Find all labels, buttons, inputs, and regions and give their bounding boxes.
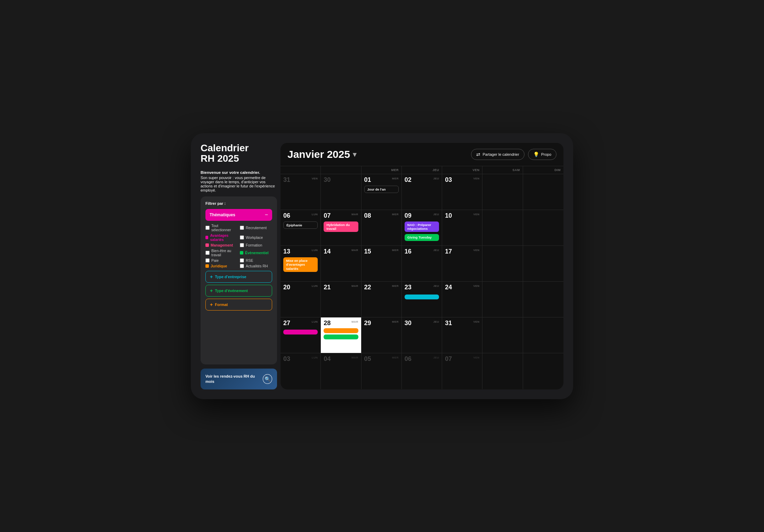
welcome-description: Son super pouvoir : vous permettre de vo… <box>201 176 275 192</box>
cell-jan03: VEN 03 <box>442 174 482 210</box>
filter-item-paie[interactable]: Paie <box>205 258 238 263</box>
cell-feb04: MAR 04 <box>321 353 361 389</box>
day-label: JEU <box>433 177 439 180</box>
filter-item-evenementiel[interactable]: Évènementiel <box>240 249 272 257</box>
event-jour-an[interactable]: Jour de l'an <box>364 186 399 193</box>
day-label: MER <box>392 249 399 252</box>
day-label: VEN <box>473 284 480 288</box>
plus-icon-format: + <box>210 302 213 307</box>
cell-jan28: MAR 28 <box>321 317 361 353</box>
cell-jan25 <box>482 282 523 317</box>
cell-jan19 <box>523 246 563 281</box>
type-entreprise-label: Type d'entreprise <box>215 275 246 279</box>
event-cyan[interactable] <box>405 295 439 299</box>
calendar-grid: MER JEU VEN SAM DIM VEN 31 30 <box>281 166 563 389</box>
checkbox-actualites[interactable] <box>240 264 244 268</box>
label-formation: Formation <box>246 243 262 247</box>
thematiques-header[interactable]: Thématiques − <box>205 209 272 221</box>
calendar-row-5: LUN 27 MAR 28 MER 29 <box>281 317 563 353</box>
cell-jan14: MAR 14 <box>321 246 361 281</box>
cell-jan09: JEU 09 NAO : Préparer négociations Givin… <box>402 210 442 245</box>
filter-item-management[interactable]: Management <box>205 243 238 247</box>
checkbox-rse[interactable] <box>240 258 244 263</box>
cell-feb05: MER 05 <box>361 353 402 389</box>
day-label: LUN <box>312 249 318 252</box>
event-giving-tuesday[interactable]: Giving Tuesday <box>405 234 439 241</box>
day-num: 30 <box>324 176 358 184</box>
format-label: Format <box>215 303 228 307</box>
event-epiphanie[interactable]: Épiphanie <box>283 221 318 229</box>
col-header-jeu: JEU <box>402 166 442 174</box>
day-label: JEU <box>433 213 439 216</box>
label-evenementiel: Évènementiel <box>245 251 269 255</box>
propo-button[interactable]: 💡 Propo <box>528 149 556 160</box>
filter-item-tout[interactable]: Tout sélectionner <box>205 224 238 232</box>
month-title[interactable]: Janvier 2025 ▾ <box>287 148 356 160</box>
cell-dec30: 30 <box>321 174 361 210</box>
cell-jan24: VEN 24 <box>442 282 482 317</box>
event-nao[interactable]: NAO : Préparer négociations <box>405 221 439 232</box>
cell-jan30: JEU 30 <box>402 317 442 353</box>
dot-avantages <box>205 236 208 239</box>
label-management: Management <box>211 243 233 247</box>
event-avantages-salaries[interactable]: Mise en place d'avantages salariés <box>283 257 318 272</box>
day-label: MER <box>392 356 399 359</box>
cell-jan16: JEU 16 <box>402 246 442 281</box>
checkbox-workplace[interactable] <box>240 235 244 240</box>
filter-item-bienetre[interactable]: Bien-être au travail <box>205 249 238 257</box>
cell-dec31: VEN 31 <box>281 174 321 210</box>
event-bar-pink <box>283 330 318 334</box>
day-label: VEN <box>473 249 480 252</box>
share-calendar-button[interactable]: ⇄ Partager le calendrier <box>471 149 524 160</box>
cell-jan17: VEN 17 <box>442 246 482 281</box>
label-rse: RSE <box>246 258 253 263</box>
label-workplace: Workplace <box>246 235 263 240</box>
format-toggle[interactable]: + Format <box>205 299 272 311</box>
minus-icon: − <box>265 212 268 218</box>
filter-item-formation[interactable]: Formation <box>240 243 272 247</box>
calendar-panel: Janvier 2025 ▾ ⇄ Partager le calendrier … <box>281 143 563 389</box>
month-label: Janvier 2025 <box>287 148 350 160</box>
dot-management <box>205 243 209 247</box>
thematiques-section: Thématiques − Tout sélectionner Recrutem… <box>205 209 272 268</box>
cell-jan07: MAR 07 Hybridation du travail <box>321 210 361 245</box>
filter-item-recrutement[interactable]: Recrutement <box>240 224 272 232</box>
cell-jan11 <box>482 210 523 245</box>
cell-jan08: MER 08 <box>361 210 402 245</box>
checkbox-tout[interactable] <box>205 226 210 230</box>
calendar-row-2: LUN 06 Épiphanie MAR 07 Hybridation du t… <box>281 210 563 246</box>
label-bienetre: Bien-être au travail <box>211 249 238 257</box>
checkbox-paie[interactable] <box>205 258 210 263</box>
calendar-row-3: LUN 13 Mise en place d'avantages salarié… <box>281 246 563 282</box>
filter-label: Filtrer par : <box>205 201 272 205</box>
filter-item-avantages[interactable]: Avantages salariés <box>205 233 238 242</box>
welcome-text: Bienvenue sur votre calendrier. Son supe… <box>201 170 277 192</box>
event-bar-green <box>324 334 358 339</box>
day-headers: MER JEU VEN SAM DIM <box>281 166 563 174</box>
event-hybridation[interactable]: Hybridation du travail <box>324 221 358 232</box>
day-label: VEN <box>473 177 480 180</box>
day-label: LUN <box>312 320 318 323</box>
filter-item-actualites[interactable]: Actualités RH <box>240 264 272 268</box>
label-tout: Tout sélectionner <box>211 224 238 232</box>
bottom-banner[interactable]: Voir les rendez-vous RH du mois 🔍 <box>201 369 277 389</box>
type-entreprise-toggle[interactable]: + Type d'entreprise <box>205 271 272 283</box>
cell-jan27: LUN 27 <box>281 317 321 353</box>
cell-jan01: MER 01 Jour de l'an <box>361 174 402 210</box>
cell-jan04 <box>482 174 523 210</box>
welcome-bold: Bienvenue sur votre calendrier. <box>201 170 277 175</box>
checkbox-formation[interactable] <box>240 243 244 247</box>
day-label: MAR <box>351 356 358 359</box>
title-line1: Calendrier <box>201 143 249 153</box>
filter-item-workplace[interactable]: Workplace <box>240 233 272 242</box>
type-evenement-toggle[interactable]: + Type d'événement <box>205 285 272 297</box>
checkbox-bienetre[interactable] <box>205 251 210 255</box>
filter-box: Filtrer par : Thématiques − Tout sélecti… <box>201 196 277 364</box>
calendar-row-6: LUN 03 MAR 04 MER 05 JEU 06 <box>281 353 563 389</box>
cell-jan21: MAR 21 <box>321 282 361 317</box>
filter-item-rse[interactable]: RSE <box>240 258 272 263</box>
col-header-ven: VEN <box>442 166 482 174</box>
checkbox-recrutement[interactable] <box>240 226 244 230</box>
day-label: JEU <box>433 284 439 288</box>
filter-item-juridique[interactable]: Juridique <box>205 264 238 268</box>
